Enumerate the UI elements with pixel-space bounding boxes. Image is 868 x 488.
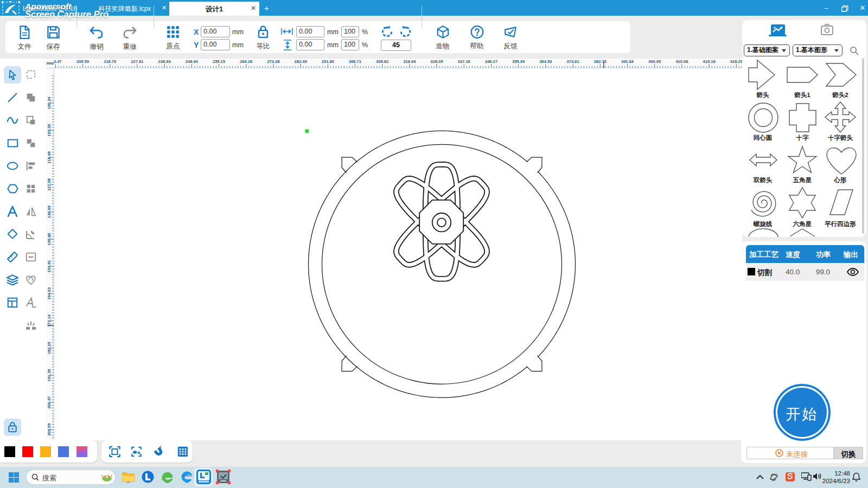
svg-text:373.61: 373.61 xyxy=(567,59,579,64)
svg-text:419.18: 419.18 xyxy=(703,59,716,64)
svg-text:391.84: 391.84 xyxy=(621,59,634,64)
svg-text:236.93: 236.93 xyxy=(158,59,171,64)
svg-text:355.39: 355.39 xyxy=(512,59,525,64)
svg-text:109.35: 109.35 xyxy=(47,124,52,137)
svg-text:291.60: 291.60 xyxy=(322,59,334,64)
svg-text:400.95: 400.95 xyxy=(648,59,661,64)
svg-text:410.06: 410.06 xyxy=(675,59,688,64)
svg-text:218.70: 218.70 xyxy=(104,59,116,64)
svg-text:154.91: 154.91 xyxy=(47,260,52,273)
svg-text:173.14: 173.14 xyxy=(47,314,52,327)
svg-text:164.03: 164.03 xyxy=(47,287,52,300)
svg-text:209.59: 209.59 xyxy=(76,59,89,64)
svg-text:364.50: 364.50 xyxy=(539,59,552,64)
svg-text:428.29: 428.29 xyxy=(730,59,742,64)
svg-text:227.81: 227.81 xyxy=(131,59,143,64)
svg-text:209.59: 209.59 xyxy=(47,423,52,436)
svg-text:246.04: 246.04 xyxy=(186,59,199,64)
svg-text:182.25: 182.25 xyxy=(47,342,52,354)
svg-text:191.36: 191.36 xyxy=(47,369,52,382)
svg-text:382.73: 382.73 xyxy=(594,59,607,64)
svg-text:264.26: 264.26 xyxy=(240,59,252,64)
svg-text:136.69: 136.69 xyxy=(47,206,52,218)
svg-text:328.05: 328.05 xyxy=(431,59,443,64)
svg-text:318.94: 318.94 xyxy=(403,59,416,64)
svg-text:255.15: 255.15 xyxy=(213,59,225,64)
svg-text:282.49: 282.49 xyxy=(295,59,307,64)
svg-text:127.58: 127.58 xyxy=(47,178,52,191)
svg-text:145.80: 145.80 xyxy=(47,233,52,246)
svg-text:200.47: 200.47 xyxy=(47,396,52,409)
svg-text:337.16: 337.16 xyxy=(458,59,470,64)
svg-text:100.24: 100.24 xyxy=(47,97,52,110)
svg-text:300.71: 300.71 xyxy=(349,59,361,64)
svg-text:273.38: 273.38 xyxy=(267,59,279,64)
svg-text:346.27: 346.27 xyxy=(485,59,497,64)
svg-text:118.46: 118.46 xyxy=(47,151,52,164)
svg-text:309.82: 309.82 xyxy=(376,59,388,64)
